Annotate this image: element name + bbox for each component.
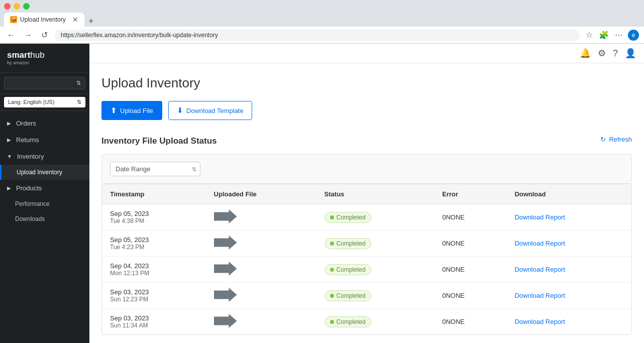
cell-status-4: Completed (316, 309, 435, 335)
error-value-0: 0NONE (442, 213, 465, 221)
main-content: 🔔 ⚙ ? 👤 Upload Inventory ⬆ Upload File ⬇… (89, 44, 644, 343)
table-body: Sep 05, 2023 Tue 4:38 PM Completed 0NONE… (102, 204, 631, 335)
status-text-2: Completed (337, 266, 366, 273)
logo-name: smarthub (7, 51, 45, 60)
active-tab[interactable]: 📦 Upload Inventory ✕ (4, 13, 84, 27)
download-report-link-1[interactable]: Download Report (514, 240, 565, 247)
table-row: Sep 05, 2023 Tue 4:38 PM Completed 0NONE… (102, 204, 631, 231)
status-dot-4 (330, 320, 334, 324)
date-range-select[interactable]: Date Range Last 7 Days Last 30 Days (110, 162, 200, 176)
close-btn[interactable] (4, 3, 11, 10)
timestamp-date-1: Sep 05, 2023 (110, 236, 198, 244)
new-tab-btn[interactable]: + (85, 16, 97, 27)
browser-actions: ☆ 🧩 ⋯ e (585, 29, 639, 41)
cell-error-4: 0NONE (434, 309, 506, 335)
orders-arrow-icon: ▶ (7, 121, 11, 126)
download-report-link-2[interactable]: Download Report (514, 266, 565, 273)
upload-file-label: Upload File (120, 107, 153, 115)
notification-icon[interactable]: 🔔 (580, 48, 591, 59)
timestamp-time-0: Tue 4:38 PM (110, 217, 198, 224)
col-uploaded-file: Uploaded File (206, 184, 316, 204)
app-container: smarthub by amazon ⇅ Lang: English (US) … (0, 44, 644, 343)
cell-error-3: 0NONE (434, 283, 506, 309)
table-row: Sep 03, 2023 Sun 11:34 AM Completed 0NON… (102, 309, 631, 335)
arrow-icon-0 (214, 209, 237, 223)
back-button[interactable]: ← (5, 30, 17, 41)
arrow-icon-4 (214, 314, 237, 328)
returns-arrow-icon: ▶ (7, 137, 11, 143)
table-row: Sep 04, 2023 Mon 12:13 PM Completed 0NON… (102, 257, 631, 283)
forward-button[interactable]: → (22, 30, 34, 41)
sidebar-item-downloads[interactable]: Downloads (0, 211, 89, 226)
download-report-link-4[interactable]: Download Report (514, 318, 565, 325)
sidebar-item-returns[interactable]: ▶ Returns (0, 132, 89, 148)
status-dot-2 (330, 268, 334, 272)
table-row: Sep 05, 2023 Tue 4:23 PM Completed 0NONE… (102, 231, 631, 257)
download-report-link-3[interactable]: Download Report (514, 292, 565, 299)
browser-chrome: 📦 Upload Inventory ✕ + (0, 0, 644, 27)
upload-status-table: Timestamp Uploaded File Status Error Dow… (102, 184, 631, 334)
sidebar-item-performance-label: Performance (15, 200, 50, 207)
download-template-button[interactable]: ⬇ Download Template (168, 101, 252, 120)
status-text-0: Completed (337, 214, 366, 221)
cell-status-0: Completed (316, 204, 435, 231)
action-buttons: ⬆ Upload File ⬇ Download Template (101, 101, 632, 120)
edge-icon[interactable]: e (628, 30, 639, 41)
download-report-link-0[interactable]: Download Report (514, 213, 565, 221)
sidebar-item-performance[interactable]: Performance (0, 196, 89, 211)
cell-status-2: Completed (316, 257, 435, 283)
sidebar-item-orders[interactable]: ▶ Orders (0, 115, 89, 132)
status-badge-4: Completed (325, 316, 371, 327)
col-download: Download (506, 184, 631, 204)
status-badge-2: Completed (325, 264, 371, 275)
refresh-button[interactable]: ↻ Refresh (600, 136, 632, 143)
arrow-icon-3 (214, 288, 237, 302)
menu-icon[interactable]: ⋯ (614, 29, 624, 41)
download-template-label: Download Template (186, 107, 244, 115)
cell-error-0: 0NONE (434, 204, 506, 231)
sidebar-tools: ⇅ (0, 73, 89, 94)
help-icon[interactable]: ? (613, 48, 618, 59)
sidebar-item-upload-inventory[interactable]: Upload Inventory (0, 165, 89, 180)
star-icon[interactable]: ☆ (585, 29, 594, 41)
cell-timestamp-3: Sep 03, 2023 Sun 12:23 PM (102, 283, 206, 309)
sidebar-item-inventory[interactable]: ▼ Inventory (0, 148, 89, 165)
settings-icon[interactable]: ⚙ (598, 48, 606, 59)
cell-file-0 (206, 204, 316, 231)
upload-icon: ⬆ (111, 106, 117, 115)
lang-label: Lang: English (US) (8, 99, 54, 105)
cell-download-3: Download Report (506, 283, 631, 309)
timestamp-time-3: Sun 12:23 PM (110, 296, 198, 303)
user-icon[interactable]: 👤 (625, 48, 636, 59)
lang-selector[interactable]: Lang: English (US) ⇅ (4, 97, 85, 107)
sidebar-item-products[interactable]: ▶ Products (0, 180, 89, 196)
status-text-3: Completed (337, 292, 366, 299)
page-title: Upload Inventory (101, 75, 632, 91)
table-header-row: Timestamp Uploaded File Status Error Dow… (102, 184, 631, 204)
timestamp-time-2: Mon 12:13 PM (110, 270, 198, 277)
cell-download-2: Download Report (506, 257, 631, 283)
tab-close-btn[interactable]: ✕ (72, 16, 78, 24)
cell-timestamp-1: Sep 05, 2023 Tue 4:23 PM (102, 231, 206, 257)
cell-download-0: Download Report (506, 204, 631, 231)
refresh-browser-button[interactable]: ↺ (39, 29, 50, 41)
extensions-icon[interactable]: 🧩 (598, 29, 610, 41)
tab-title: Upload Inventory (20, 16, 66, 23)
url-text: https://sellerflex.amazon.in/inventory/b… (61, 32, 218, 39)
date-range-wrapper: Date Range Last 7 Days Last 30 Days (110, 162, 200, 176)
cell-download-4: Download Report (506, 309, 631, 335)
arrow-icon-2 (214, 262, 237, 276)
tab-favicon: 📦 (10, 16, 17, 23)
maximize-btn[interactable] (23, 3, 30, 10)
timestamp-date-0: Sep 05, 2023 (110, 210, 198, 217)
store-selector[interactable]: ⇅ (4, 77, 85, 89)
minimize-btn[interactable] (14, 3, 20, 10)
table-row: Sep 03, 2023 Sun 12:23 PM Completed 0NON… (102, 283, 631, 309)
sidebar-item-inventory-label: Inventory (17, 153, 44, 160)
sidebar-item-products-label: Products (16, 184, 42, 192)
address-bar: ← → ↺ https://sellerflex.amazon.in/inven… (0, 27, 644, 44)
lang-arrow: ⇅ (77, 99, 81, 105)
status-section-header: Inventory File Upload Status ↻ Refresh (101, 124, 632, 154)
upload-file-button[interactable]: ⬆ Upload File (101, 101, 162, 120)
url-box[interactable]: https://sellerflex.amazon.in/inventory/b… (55, 30, 580, 41)
